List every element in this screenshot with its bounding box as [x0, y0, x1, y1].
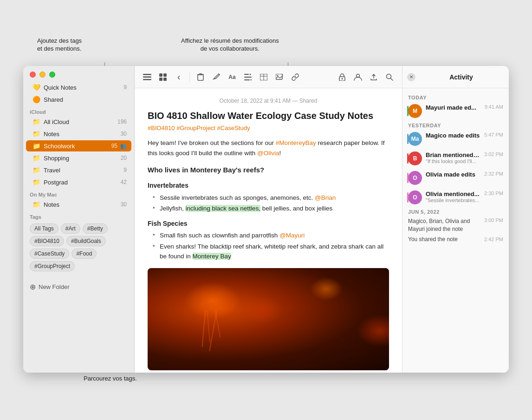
yesterday-label: YESTERDAY — [402, 121, 509, 129]
note-body: Hey team! I've broken out the sections f… — [148, 138, 389, 262]
sidebar-item-quick-notes[interactable]: 💛 Quick Notes 9 — [26, 82, 131, 93]
subsection-invertebrates: Invertebrates — [148, 180, 389, 190]
tag-all-tags[interactable]: All Tags — [30, 223, 58, 234]
jun5-text-2: You shared the note — [408, 236, 458, 243]
svg-rect-6 — [163, 78, 167, 81]
close-button[interactable] — [30, 72, 36, 78]
mayuri-name: Mayuri made ed... — [426, 104, 481, 111]
tag-buildgoals[interactable]: #BuildGoals — [66, 236, 106, 246]
activity-close-button[interactable]: ✕ — [407, 73, 415, 81]
postgrad-count: 42 — [121, 179, 127, 185]
svg-rect-10 — [244, 74, 249, 75]
sidebar-item-shopping[interactable]: 📁 Shopping 20 — [26, 152, 131, 164]
activity-title: Activity — [418, 73, 504, 81]
mayuri-avatar: M — [408, 104, 422, 118]
jun5-text-1: Magico, Brian, Olivia and Mayuri joined … — [408, 217, 480, 233]
window-controls — [23, 66, 134, 81]
invertebrates-list: Sessile invertebrates such as sponges, a… — [148, 193, 389, 214]
media-button[interactable] — [272, 70, 286, 84]
tags-container: All Tags #Art #Betty #BIO4810 #BuildGoal… — [30, 223, 128, 271]
shared-icon: 🟠 — [32, 96, 41, 103]
schoolwork-count: 95 — [111, 143, 117, 149]
main-window: 💛 Quick Notes 9 🟠 Shared iCloud 📁 All iC… — [23, 66, 509, 373]
activity-panel: ✕ Activity TODAY M Mayuri made ed... 9:4… — [402, 66, 509, 373]
icloud-section-label: iCloud — [23, 105, 134, 116]
new-folder-icon: ⊕ — [30, 282, 36, 291]
svg-rect-5 — [159, 78, 162, 81]
activity-item-olivia2[interactable]: O Olivia mentioned... "Sessile invertebr… — [402, 188, 509, 207]
collaborate-button[interactable] — [351, 70, 365, 84]
tag-food[interactable]: #Food — [71, 249, 97, 259]
notes-label: Notes — [44, 131, 118, 138]
jun5-label: JUN 5, 2022 — [402, 207, 509, 216]
bullet-item-4: Even sharks! The blacktip reef shark, wh… — [152, 242, 389, 262]
activity-item-mayuri[interactable]: M Mayuri made ed... 9:41 AM — [402, 101, 509, 121]
magico-indicator — [407, 134, 409, 144]
quick-notes-count: 9 — [123, 84, 127, 91]
delete-button[interactable] — [194, 70, 208, 84]
svg-rect-12 — [244, 77, 252, 78]
format-button[interactable] — [241, 70, 255, 84]
note-title: BIO 4810 Shallow Water Ecology Case Stud… — [148, 110, 389, 122]
main-content: ‹ Aa — [135, 66, 402, 373]
tags-section: Tags All Tags #Art #Betty #BIO4810 #Buil… — [23, 210, 134, 273]
all-icloud-icon: 📁 — [32, 118, 41, 125]
magico-info: Magico made edits — [426, 132, 480, 139]
svg-rect-7 — [198, 75, 203, 80]
svg-rect-1 — [143, 76, 151, 78]
svg-line-24 — [391, 78, 393, 80]
tag-bio4810[interactable]: #BIO4810 — [30, 236, 64, 246]
sidebar-item-postgrad[interactable]: 📁 Postgrad 42 — [26, 177, 131, 188]
sidebar-item-notes[interactable]: 📁 Notes 30 — [26, 128, 131, 139]
olivia2-info: Olivia mentioned... "Sessile invertebrat… — [426, 190, 480, 203]
activity-item-magico[interactable]: Ma Magico made edits 5:47 PM — [402, 129, 509, 149]
quick-notes-icon: 💛 — [32, 84, 41, 91]
grid-view-button[interactable] — [156, 70, 170, 84]
on-my-mac-notes-count: 30 — [121, 201, 127, 208]
section-heading-1: Who lives in Monterey Bay's reefs? — [148, 164, 389, 176]
activity-item-brian[interactable]: B Brian mentioned L... "If this looks go… — [402, 149, 509, 168]
compose-button[interactable] — [209, 70, 223, 84]
tag-art[interactable]: #Art — [61, 223, 80, 234]
sidebar-item-on-my-mac-notes[interactable]: 📁 Notes 30 — [26, 199, 131, 210]
olivia2-time: 2:30 PM — [484, 190, 503, 196]
back-button[interactable]: ‹ — [172, 70, 186, 84]
new-folder-button[interactable]: ⊕ New Folder — [23, 279, 134, 295]
share-button[interactable] — [367, 70, 381, 84]
tag-betty[interactable]: #Betty — [83, 223, 108, 234]
on-my-mac-notes-label: Notes — [44, 201, 118, 208]
activity-item-olivia1[interactable]: O Olivia made edits 2:32 PM — [402, 168, 509, 188]
tag-casestudy[interactable]: #CaseStudy — [30, 249, 69, 259]
toolbar-divider-1 — [189, 72, 190, 82]
toolbar-right — [335, 70, 396, 84]
sidebar-item-all-icloud[interactable]: 📁 All iCloud 196 — [26, 116, 131, 127]
notes-icon: 📁 — [32, 130, 41, 138]
sidebar-item-schoolwork[interactable]: 📁 Schoolwork 95 👥 — [26, 140, 131, 151]
shared-label: Shared — [44, 96, 127, 103]
table-button[interactable] — [257, 70, 271, 84]
lock-button[interactable] — [335, 70, 349, 84]
magico-time: 5:47 PM — [484, 132, 503, 138]
highlight-monterey-bay: Monterey Bay — [193, 253, 231, 260]
minimize-button[interactable] — [39, 72, 45, 78]
today-label: TODAY — [402, 93, 509, 101]
annotation-top-left: Ajoutez des tagset des mentions. — [37, 37, 82, 53]
bullet-item-1: Sessile invertebrates such as sponges, a… — [152, 193, 389, 203]
schoolwork-label: Schoolwork — [44, 143, 109, 150]
notes-count: 30 — [121, 131, 127, 137]
magico-avatar: Ma — [408, 132, 422, 146]
list-view-button[interactable] — [140, 70, 154, 84]
maximize-button[interactable] — [49, 72, 55, 78]
sidebar-item-travel[interactable]: 📁 Travel 9 — [26, 164, 131, 176]
on-my-mac-notes-icon: 📁 — [32, 201, 41, 208]
sidebar-item-shared[interactable]: 🟠 Shared — [26, 94, 131, 105]
link-button[interactable] — [288, 70, 302, 84]
fish-list: Small fish such as clownfish and parrotf… — [148, 230, 389, 262]
share-indicator: 👥 — [120, 143, 127, 149]
on-my-mac-section-label: On My Mac — [23, 188, 134, 198]
note-content[interactable]: October 18, 2022 at 9:41 AM — Shared BIO… — [135, 88, 402, 373]
font-button[interactable]: Aa — [225, 70, 239, 84]
postgrad-icon: 📁 — [32, 178, 41, 186]
search-button[interactable] — [383, 70, 396, 84]
tag-groupproject[interactable]: #GroupProject — [30, 261, 75, 271]
